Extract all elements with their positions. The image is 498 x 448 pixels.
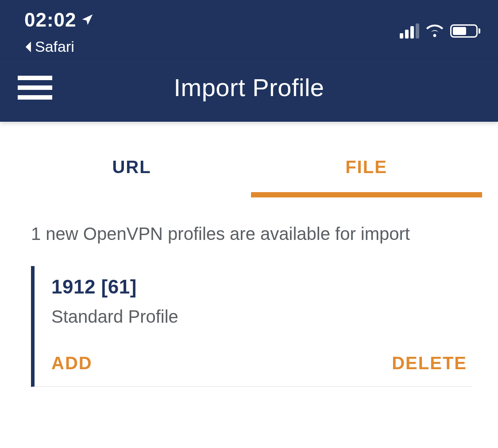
- page-title: Import Profile: [52, 73, 480, 102]
- time-row: 02:02: [24, 9, 94, 31]
- menu-button[interactable]: [18, 76, 52, 100]
- tab-file[interactable]: FILE: [251, 148, 482, 197]
- info-message: 1 new OpenVPN profiles are available for…: [0, 197, 498, 262]
- profile-actions: ADD DELETE: [51, 353, 471, 373]
- status-left: 02:02 Safari: [24, 9, 94, 55]
- profile-type: Standard Profile: [51, 307, 471, 327]
- delete-button[interactable]: DELETE: [392, 353, 467, 373]
- add-button[interactable]: ADD: [51, 353, 93, 373]
- wifi-icon: [425, 23, 444, 39]
- status-right: [400, 23, 480, 39]
- battery-icon: [450, 24, 480, 38]
- status-time: 02:02: [24, 9, 77, 31]
- status-bar: 02:02 Safari: [0, 0, 498, 60]
- tab-bar: URL FILE: [15, 122, 484, 197]
- location-icon: [81, 9, 94, 31]
- cellular-signal-icon: [400, 23, 419, 39]
- profile-name: 1912 [61]: [51, 276, 471, 298]
- back-app-label: Safari: [35, 38, 74, 55]
- profile-card: 1912 [61] Standard Profile ADD DELETE: [31, 266, 471, 387]
- back-to-app-button[interactable]: Safari: [24, 38, 94, 55]
- app-header: Import Profile: [0, 60, 498, 122]
- tab-url[interactable]: URL: [16, 148, 247, 197]
